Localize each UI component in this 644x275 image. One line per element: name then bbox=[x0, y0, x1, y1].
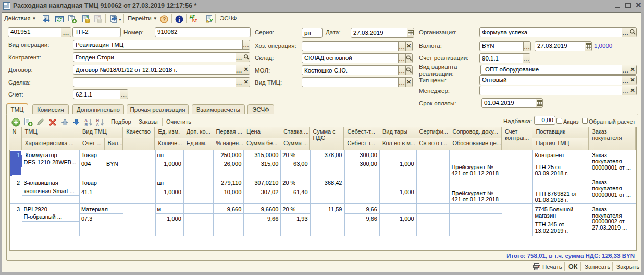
svg-text:?: ? bbox=[163, 16, 166, 22]
